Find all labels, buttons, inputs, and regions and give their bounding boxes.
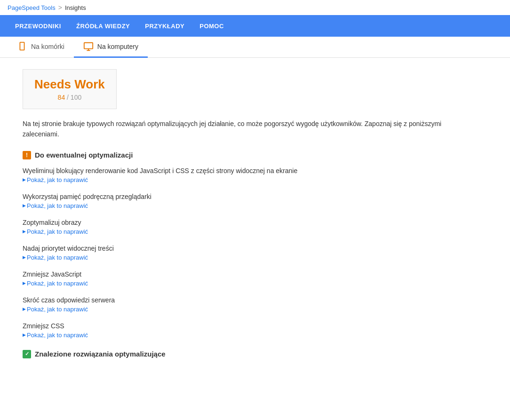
rec-title-0: Wyeliminuj blokujący renderowanie kod Ja… (23, 167, 487, 174)
rec-title-2: Zoptymalizuj obrazy (23, 219, 487, 226)
nav-item-pomoc[interactable]: POMOC (192, 15, 231, 37)
rec-title-4: Zmniejsz JavaScript (23, 270, 487, 278)
rec-title-1: Wykorzystaj pamięć podręczną przeglądark… (23, 193, 487, 200)
svg-rect-0 (20, 42, 24, 50)
rec-item-0: Wyeliminuj blokujący renderowanie kod Ja… (23, 167, 487, 183)
rec-title-3: Nadaj priorytet widocznej treści (23, 245, 487, 252)
nav-item-przewodniki[interactable]: PRZEWODNIKI (8, 15, 69, 37)
rec-link-3[interactable]: Pokaż, jak to naprawić (23, 254, 487, 261)
section-header-found: ✓ Znalezione rozwiązania optymalizujące (23, 350, 487, 358)
rec-item-3: Nadaj priorytet widocznej treści Pokaż, … (23, 245, 487, 261)
breadcrumb-separator: > (58, 4, 62, 11)
rec-item-4: Zmniejsz JavaScript Pokaż, jak to napraw… (23, 270, 487, 287)
rec-item-2: Zoptymalizuj obrazy Pokaż, jak to napraw… (23, 219, 487, 235)
nav-item-przyklady[interactable]: PRZYKŁADY (137, 15, 192, 37)
score-value: 84 / 100 (34, 94, 105, 101)
tab-mobile-label: Na komórki (31, 43, 64, 50)
rec-item-6: Zmniejsz CSS Pokaż, jak to naprawić (23, 322, 487, 339)
rec-link-1[interactable]: Pokaż, jak to naprawić (23, 202, 487, 209)
rec-link-5[interactable]: Pokaż, jak to naprawić (23, 306, 487, 313)
rec-title-5: Skróć czas odpowiedzi serwera (23, 296, 487, 304)
score-box: Needs Work 84 / 100 (23, 69, 117, 109)
breadcrumb-parent[interactable]: PageSpeed Tools (8, 4, 56, 11)
rec-link-0[interactable]: Pokaż, jak to naprawić (23, 176, 487, 183)
score-max: 100 (71, 94, 81, 101)
breadcrumb-current: Insights (65, 4, 86, 11)
rec-link-2[interactable]: Pokaż, jak to naprawić (23, 228, 487, 235)
tab-mobile[interactable]: Na komórki (8, 37, 74, 58)
section-title-found: Znalezione rozwiązania optymalizujące (35, 350, 166, 358)
nav-item-zrodla-wiedzy[interactable]: ŹRÓDŁA WIEDZY (69, 15, 137, 37)
check-icon: ✓ (23, 350, 31, 358)
nav-bar: PRZEWODNIKI ŹRÓDŁA WIEDZY PRZYKŁADY POMO… (0, 15, 510, 37)
tabs-container: Na komórki Na komputery (0, 37, 510, 58)
warning-icon: ! (23, 151, 31, 159)
mobile-icon (17, 41, 27, 52)
section-header-warning: ! Do ewentualnej optymalizacji (23, 151, 487, 159)
tab-desktop-label: Na komputery (97, 43, 138, 50)
score-separator: / (67, 94, 71, 101)
page-description: Na tej stronie brakuje typowych rozwiąza… (23, 119, 446, 140)
desktop-icon (83, 41, 94, 52)
breadcrumb: PageSpeed Tools > Insights (0, 0, 510, 15)
rec-title-6: Zmniejsz CSS (23, 322, 487, 330)
main-content: Needs Work 84 / 100 Na tej stronie braku… (0, 58, 510, 377)
rec-item-1: Wykorzystaj pamięć podręczną przeglądark… (23, 193, 487, 209)
rec-link-4[interactable]: Pokaż, jak to naprawić (23, 280, 487, 287)
tab-desktop[interactable]: Na komputery (74, 37, 148, 58)
section-title-warning: Do ewentualnej optymalizacji (35, 151, 133, 159)
rec-link-6[interactable]: Pokaż, jak to naprawić (23, 332, 487, 339)
score-title: Needs Work (34, 77, 105, 92)
score-number: 84 (58, 94, 65, 101)
rec-item-5: Skróć czas odpowiedzi serwera Pokaż, jak… (23, 296, 487, 313)
svg-rect-2 (84, 43, 93, 49)
